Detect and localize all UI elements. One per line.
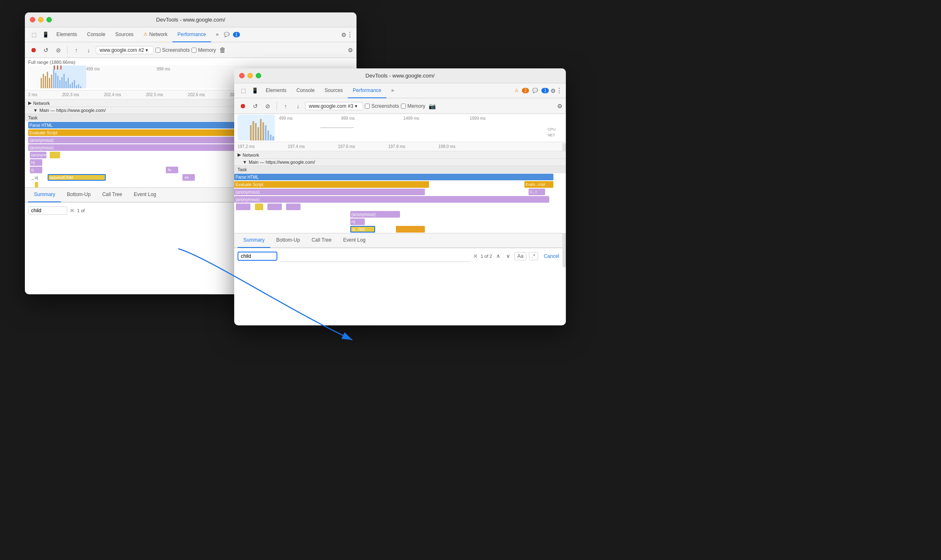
tab-console-front[interactable]: Console bbox=[291, 83, 320, 98]
nav-up-button-front[interactable]: ∧ bbox=[495, 252, 502, 260]
tab-summary-back[interactable]: Summary bbox=[28, 187, 61, 202]
download-button-back[interactable]: ↓ bbox=[83, 45, 94, 56]
small-bar1c-front[interactable] bbox=[267, 204, 282, 210]
search-clear-front[interactable]: ✕ bbox=[473, 253, 478, 259]
evaluate-script-bar-front[interactable]: Evaluate Script bbox=[234, 181, 429, 188]
anon1-bar-back[interactable]: (anonymous) bbox=[28, 137, 244, 143]
maximize-button-front[interactable] bbox=[256, 73, 261, 78]
search-input-back[interactable] bbox=[31, 208, 64, 213]
appendchild-bar-back[interactable]: appendChild bbox=[48, 174, 106, 181]
device-icon-back[interactable]: 📱 bbox=[40, 29, 51, 41]
maximize-button-back[interactable] bbox=[46, 17, 52, 22]
small-row1-front[interactable] bbox=[234, 203, 566, 211]
zj-bar-back[interactable]: zj bbox=[30, 167, 42, 173]
hj-bar-back[interactable]: Hj bbox=[30, 159, 42, 166]
parse-html-row-front[interactable]: Parse HTML bbox=[234, 173, 566, 181]
tab-performance-front[interactable]: Performance bbox=[348, 83, 386, 98]
tab-calltree-back[interactable]: Call Tree bbox=[97, 187, 128, 202]
search-input-front[interactable] bbox=[241, 253, 274, 259]
close-button-front[interactable] bbox=[239, 73, 245, 78]
capture-icon-front[interactable]: 📷 bbox=[429, 103, 436, 109]
tab-calltree-front[interactable]: Call Tree bbox=[306, 233, 337, 248]
ruler-f-4: 198.0 ms bbox=[439, 144, 456, 149]
capture-gear-back[interactable]: ⚙ bbox=[348, 47, 353, 53]
tab-more-front[interactable]: » bbox=[386, 83, 399, 98]
tab-performance-back[interactable]: Performance bbox=[172, 27, 211, 42]
inspect-icon-front[interactable]: ⬚ bbox=[238, 85, 249, 97]
tab-network-back[interactable]: ⚠ Network bbox=[138, 27, 172, 42]
anon1-bar-front[interactable]: (anonymous) bbox=[234, 189, 425, 195]
appendchild-row-front[interactable]: a...hild bbox=[234, 225, 566, 233]
network-section-front[interactable]: ▶ Network bbox=[234, 151, 566, 159]
small-bar1d-front[interactable] bbox=[286, 204, 301, 210]
memory-checkbox-front[interactable]: Memory bbox=[401, 103, 425, 109]
memory-checkbox-back[interactable]: Memory bbox=[192, 47, 216, 53]
tab-console-back[interactable]: Console bbox=[82, 27, 110, 42]
tab-sources-back[interactable]: Sources bbox=[110, 27, 138, 42]
close-button-back[interactable] bbox=[30, 17, 35, 22]
evaluate-script-row-front[interactable]: Evaluate Script Evalu...cript bbox=[234, 181, 566, 188]
small-bar1b-back[interactable] bbox=[50, 152, 60, 158]
small-bar1-back[interactable]: (anonymous) bbox=[30, 152, 46, 158]
parse-html-bar-back[interactable]: Parse HTML bbox=[28, 122, 252, 128]
tab-summary-front[interactable]: Summary bbox=[238, 233, 270, 248]
tab-bottomup-front[interactable]: Bottom-Up bbox=[270, 233, 306, 248]
tab-eventlog-front[interactable]: Event Log bbox=[337, 233, 371, 248]
search-clear-back[interactable]: ✕ bbox=[70, 207, 75, 214]
screenshots-checkbox-back[interactable]: Screenshots bbox=[155, 47, 190, 53]
nav-down-button-front[interactable]: ∨ bbox=[504, 252, 512, 260]
device-icon-front[interactable]: 📱 bbox=[249, 85, 261, 97]
search-wrap-back[interactable] bbox=[28, 206, 67, 215]
anon3-row-front[interactable]: (anonymous) bbox=[234, 211, 566, 218]
download-button-front[interactable]: ↓ bbox=[293, 101, 303, 112]
more-icon-back[interactable]: ⋮ bbox=[347, 31, 353, 39]
anon2-row-front[interactable]: (anonymous) bbox=[234, 196, 566, 203]
url-selector-front[interactable]: www.google.com #3 ▾ bbox=[305, 102, 363, 110]
evaluate-script-bar-back[interactable]: Evaluate Script bbox=[28, 129, 252, 136]
gear-icon-front[interactable]: ⚙ bbox=[551, 87, 556, 94]
minimize-button-front[interactable] bbox=[247, 73, 253, 78]
stop-button-back[interactable]: ⊘ bbox=[53, 45, 64, 56]
record-button-back[interactable]: ⏺ bbox=[28, 45, 39, 56]
search-wrap-front[interactable] bbox=[238, 252, 277, 261]
upload-button-back[interactable]: ↑ bbox=[71, 45, 82, 56]
url-selector-back[interactable]: www.google.com #2 ▾ bbox=[96, 46, 154, 54]
parse-html-bar-front[interactable]: Parse HTML bbox=[234, 174, 553, 180]
trash-icon-back[interactable]: 🗑 bbox=[219, 46, 226, 54]
cancel-button-front[interactable]: Cancel bbox=[541, 252, 563, 261]
tab-bottomup-back[interactable]: Bottom-Up bbox=[61, 187, 96, 202]
small-bar1b-front[interactable] bbox=[255, 204, 263, 210]
anon2-bar-back[interactable]: (anonymous) bbox=[28, 144, 240, 151]
hj-bar-front[interactable]: Hj bbox=[350, 218, 365, 225]
small-bar1-front[interactable] bbox=[236, 204, 250, 210]
hj-row-front[interactable]: Hj bbox=[234, 218, 566, 225]
upload-button-front[interactable]: ↑ bbox=[280, 101, 291, 112]
capture-gear-front[interactable]: ⚙ bbox=[557, 103, 563, 109]
reload-button-front[interactable]: ↺ bbox=[250, 101, 261, 112]
tab-eventlog-back[interactable]: Event Log bbox=[128, 187, 162, 202]
gear-icon-back[interactable]: ⚙ bbox=[341, 32, 347, 38]
record-button-front[interactable]: ⏺ bbox=[238, 101, 248, 112]
anon2-bar-front[interactable]: (anonymous) bbox=[234, 196, 549, 203]
aa-button-front[interactable]: Aa bbox=[514, 252, 526, 260]
extra-bar-front[interactable] bbox=[396, 226, 425, 233]
reload-button-back[interactable]: ↺ bbox=[41, 45, 51, 56]
more-icon-front[interactable]: ⋮ bbox=[556, 87, 563, 95]
tab-more-back[interactable]: » bbox=[211, 27, 224, 42]
main-section-front[interactable]: ▼ Main — https://www.google.com/ bbox=[234, 159, 566, 166]
regex-button-front[interactable]: .* bbox=[529, 252, 538, 260]
stop-button-front[interactable]: ⊘ bbox=[262, 101, 273, 112]
screenshots-checkbox-front[interactable]: Screenshots bbox=[365, 103, 399, 109]
fe-bar-back[interactable]: .fe bbox=[166, 167, 178, 173]
tab-elements-front[interactable]: Elements bbox=[261, 83, 291, 98]
anon3-bar-front[interactable]: (anonymous) bbox=[350, 211, 400, 218]
tab-elements-back[interactable]: Elements bbox=[51, 27, 82, 42]
minimize-button-back[interactable] bbox=[38, 17, 44, 22]
inspect-icon-back[interactable]: ⬚ bbox=[28, 29, 40, 41]
appendchild-bar-front[interactable]: a...hild bbox=[350, 226, 375, 233]
evaluate-script-bar2-front[interactable]: Evalu...cript bbox=[524, 181, 553, 188]
ee-bar-back[interactable]: .ee bbox=[182, 174, 195, 181]
tab-sources-front[interactable]: Sources bbox=[320, 83, 348, 98]
anon1-row-front[interactable]: (anonymous) C...t bbox=[234, 188, 566, 196]
anon1-bar2-front[interactable]: C...t bbox=[529, 189, 545, 195]
